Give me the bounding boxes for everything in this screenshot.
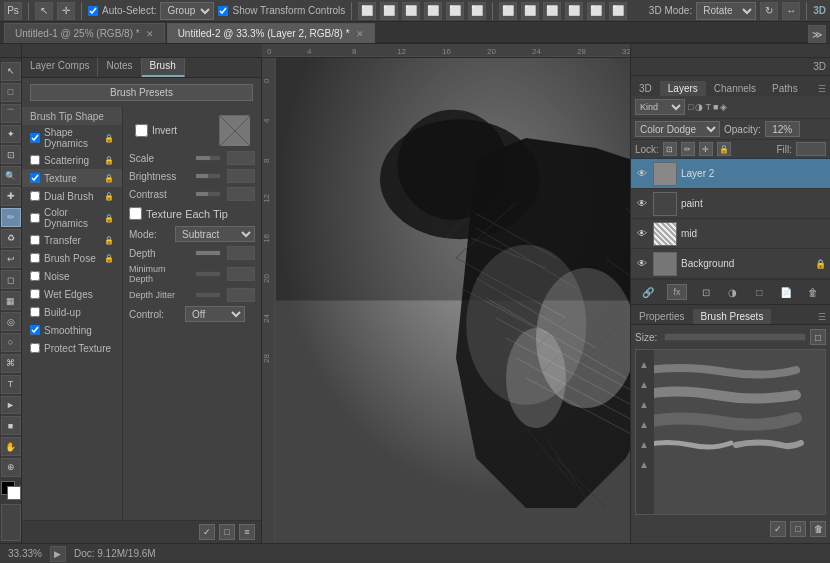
size-slider[interactable] <box>664 333 806 341</box>
tab-untitled2[interactable]: Untitled-2 @ 33.3% (Layer 2, RGB/8) * ✕ <box>167 23 375 43</box>
move-tool-icon[interactable]: ✛ <box>57 2 75 20</box>
mid-visibility-icon[interactable]: 👁 <box>635 227 649 241</box>
path-select-icon[interactable]: ► <box>1 396 21 415</box>
transfer-check[interactable] <box>30 235 40 245</box>
control-select[interactable]: Off Pen Pressure Pen Tilt <box>185 306 245 322</box>
move-tool-icon[interactable]: ↖ <box>1 62 21 81</box>
brush-option-texture[interactable]: Texture 🔒 <box>22 169 122 187</box>
brightness-slider[interactable] <box>195 173 221 179</box>
brush-bottom-page-icon[interactable]: □ <box>219 524 235 540</box>
min-depth-input[interactable] <box>227 267 255 281</box>
distribute-top-icon[interactable]: ⬜ <box>565 2 583 20</box>
dodge-tool-icon[interactable]: ○ <box>1 333 21 352</box>
status-arrow-icon[interactable]: ▶ <box>50 546 66 562</box>
layer-row-background[interactable]: 👁 Background 🔒 <box>631 249 830 279</box>
texture-check[interactable] <box>30 173 40 183</box>
wand-tool-icon[interactable]: ✦ <box>1 125 21 144</box>
align-middle-icon[interactable]: ⬜ <box>446 2 464 20</box>
eyedropper-tool-icon[interactable]: 🔍 <box>1 166 21 185</box>
blend-mode-select[interactable]: Color Dodge Normal Multiply Screen <box>635 121 720 137</box>
brush-option-scattering[interactable]: Scattering 🔒 <box>22 151 122 169</box>
shape-tool-icon[interactable]: ■ <box>1 416 21 435</box>
blur-tool-icon[interactable]: ◎ <box>1 312 21 331</box>
show-transform-checkbox[interactable] <box>218 6 228 16</box>
min-depth-slider[interactable] <box>195 271 221 277</box>
size-action-btn[interactable]: □ <box>810 329 826 345</box>
tab-notes[interactable]: Notes <box>98 58 141 77</box>
mode-select[interactable]: Subtract Multiply Linear Burn <box>175 226 255 242</box>
lock-transparent-icon[interactable]: ⊡ <box>663 142 677 156</box>
layer-row-paint[interactable]: 👁 paint <box>631 189 830 219</box>
brush-option-shape-dynamics[interactable]: Shape Dynamics 🔒 <box>22 125 122 151</box>
filter-shape-icon[interactable]: ■ <box>713 102 718 112</box>
background-visibility-icon[interactable]: 👁 <box>635 257 649 271</box>
filter-smart-icon[interactable]: ◈ <box>720 102 727 112</box>
eraser-tool-icon[interactable]: ◻ <box>1 270 21 289</box>
brush-option-brush-pose[interactable]: Brush Pose 🔒 <box>22 249 122 267</box>
fill-input[interactable]: 100% <box>796 142 826 156</box>
distribute-right-icon[interactable]: ⬜ <box>543 2 561 20</box>
zoom-tool-icon[interactable]: ⊕ <box>1 458 21 477</box>
props-check-icon[interactable]: ✓ <box>770 521 786 537</box>
history-brush-icon[interactable]: ↩ <box>1 250 21 269</box>
layer-row-layer2[interactable]: 👁 Layer 2 <box>631 159 830 189</box>
contrast-input[interactable] <box>227 187 255 201</box>
distribute-v-icon[interactable]: ⬜ <box>587 2 605 20</box>
3d-tab-label[interactable]: 3D <box>813 61 826 72</box>
lock-all-icon[interactable]: 🔒 <box>717 142 731 156</box>
brush-bottom-check-icon[interactable]: ✓ <box>199 524 215 540</box>
tab-3d[interactable]: 3D <box>631 81 660 96</box>
heal-tool-icon[interactable]: ✚ <box>1 187 21 206</box>
dual-brush-check[interactable] <box>30 191 40 201</box>
layers-panel-menu-icon[interactable]: ☰ <box>814 82 830 96</box>
distribute-h-icon[interactable]: ⬜ <box>521 2 539 20</box>
props-new-icon[interactable]: □ <box>790 521 806 537</box>
align-right-icon[interactable]: ⬜ <box>402 2 420 20</box>
props-panel-menu-icon[interactable]: ☰ <box>814 310 830 324</box>
contrast-slider[interactable] <box>195 191 221 197</box>
pen-tool-icon[interactable]: ⌘ <box>1 354 21 373</box>
3d-rotate-icon[interactable]: ↻ <box>760 2 778 20</box>
clone-tool-icon[interactable]: ♻ <box>1 229 21 248</box>
depth-jitter-slider[interactable] <box>195 292 221 298</box>
brush-option-smoothing[interactable]: Smoothing <box>22 321 122 339</box>
invert-check[interactable] <box>135 124 148 137</box>
wet-edges-check[interactable] <box>30 289 40 299</box>
smoothing-check[interactable] <box>30 325 40 335</box>
align-bottom-icon[interactable]: ⬜ <box>468 2 486 20</box>
depth-jitter-input[interactable] <box>227 288 255 302</box>
layer-row-mid[interactable]: 👁 mid <box>631 219 830 249</box>
hand-tool-icon[interactable]: ✋ <box>1 437 21 456</box>
color-dynamics-check[interactable] <box>30 213 40 223</box>
auto-select-dropdown[interactable]: Group Layer <box>160 2 214 20</box>
scattering-check[interactable] <box>30 155 40 165</box>
lock-position-icon[interactable]: ✛ <box>699 142 713 156</box>
3d-pan-icon[interactable]: ↔ <box>782 2 800 20</box>
brightness-input[interactable] <box>227 169 255 183</box>
protect-texture-check[interactable] <box>30 343 40 353</box>
tab-properties[interactable]: Properties <box>631 309 693 324</box>
gradient-tool-icon[interactable]: ▦ <box>1 291 21 310</box>
canvas-content[interactable] <box>276 58 630 543</box>
layer2-visibility-icon[interactable]: 👁 <box>635 167 649 181</box>
tab-paths[interactable]: Paths <box>764 81 806 96</box>
new-group-icon[interactable]: □ <box>751 284 767 300</box>
brush-tool-icon[interactable]: ✏ <box>1 208 21 227</box>
layer-fx-btn[interactable]: fx <box>667 284 687 300</box>
brush-option-wet-edges[interactable]: Wet Edges <box>22 285 122 303</box>
brush-option-color-dynamics[interactable]: Color Dynamics 🔒 <box>22 205 122 231</box>
brush-pose-check[interactable] <box>30 253 40 263</box>
depth-input[interactable] <box>227 246 255 260</box>
selection-tool-icon[interactable]: □ <box>1 83 21 102</box>
distribute-bottom-icon[interactable]: ⬜ <box>609 2 627 20</box>
props-delete-icon[interactable]: 🗑 <box>810 521 826 537</box>
new-layer-icon[interactable]: 📄 <box>778 284 794 300</box>
tab-layers[interactable]: Layers <box>660 81 706 96</box>
tab-untitled1[interactable]: Untitled-1 @ 25% (RGB/8) * ✕ <box>4 23 165 43</box>
type-tool-icon[interactable]: T <box>1 375 21 394</box>
auto-select-checkbox[interactable] <box>88 6 98 16</box>
tab-brush[interactable]: Brush <box>142 58 185 77</box>
lasso-tool-icon[interactable]: ⌒ <box>1 104 21 123</box>
brush-presets-button[interactable]: Brush Presets <box>30 84 253 101</box>
panel-collapse-icon[interactable]: ≫ <box>808 25 826 43</box>
